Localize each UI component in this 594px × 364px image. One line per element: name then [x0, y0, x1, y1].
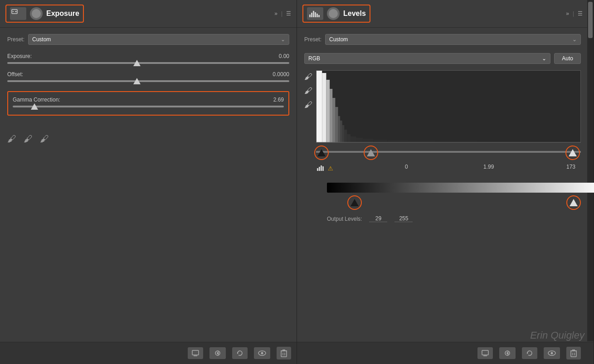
levels-reset-btn[interactable]	[522, 347, 537, 359]
scrollbar-thumb[interactable]	[588, 2, 593, 38]
levels-delete-btn[interactable]	[566, 347, 581, 359]
output-gradient-track[interactable]	[327, 183, 594, 193]
rgb-row: RGB ⌄ Auto	[304, 53, 581, 64]
svg-rect-21	[315, 12, 316, 17]
exposure-preset-select[interactable]: Custom ⌄	[28, 34, 289, 45]
svg-rect-18	[309, 15, 311, 17]
svg-rect-32	[340, 121, 342, 143]
scrollbar[interactable]	[587, 0, 594, 341]
output-levels-label: Output Levels:	[327, 216, 362, 222]
black-input-thumb[interactable]	[314, 146, 329, 160]
svg-rect-19	[311, 13, 312, 17]
visibility-btn[interactable]	[254, 347, 270, 359]
svg-rect-30	[335, 107, 338, 143]
reset-btn[interactable]	[232, 347, 248, 359]
levels-reset-icon	[526, 349, 534, 357]
svg-rect-31	[338, 116, 340, 143]
svg-rect-11	[281, 351, 287, 357]
exposure-icon-svg	[11, 9, 25, 19]
levels-expand-icon[interactable]: »	[566, 10, 569, 17]
levels-header-left: Levels	[302, 5, 370, 23]
gamma-thumb[interactable]	[31, 103, 38, 110]
levels-panel-header: Levels » | ☰	[297, 0, 594, 28]
levels-preset-row: Preset: Custom ⌄	[304, 34, 581, 45]
rgb-channel-select[interactable]: RGB ⌄	[304, 53, 550, 64]
svg-rect-28	[330, 89, 332, 143]
gamma-slider-label: Gamma Correction:	[13, 97, 60, 103]
offset-label-row: Offset: 0.0000	[7, 71, 289, 78]
svg-rect-20	[313, 11, 314, 17]
exposure-slider-value: 0.00	[279, 53, 289, 59]
auto-levels-btn[interactable]: Auto	[554, 53, 581, 64]
white-input-thumb[interactable]	[565, 146, 580, 160]
eyedropper-black-icon[interactable]: 🖌	[7, 134, 16, 144]
exposure-slider-row: Exposure: 0.00	[7, 53, 289, 64]
output-low-value: 29	[369, 215, 387, 222]
svg-rect-35	[347, 134, 351, 143]
offset-thumb[interactable]	[133, 78, 141, 84]
levels-eyedropper-white[interactable]: 🖌	[304, 100, 312, 110]
gamma-track[interactable]	[13, 106, 284, 107]
svg-rect-23	[318, 15, 320, 17]
gamma-highlighted-row: Gamma Correction: 2.69	[7, 91, 289, 116]
output-black-thumb[interactable]	[347, 195, 362, 210]
input-slider-track[interactable]	[316, 151, 581, 153]
levels-preset-select[interactable]: Custom ⌄	[325, 34, 581, 45]
exposure-eyedropper-row: 🖌 🖌 🖌	[7, 129, 289, 149]
delete-btn[interactable]	[277, 347, 291, 359]
levels-values-row: ⚠ 0 1.99 173	[316, 164, 581, 172]
offset-track[interactable]	[7, 80, 289, 82]
exposure-thumb[interactable]	[133, 60, 141, 66]
levels-eye-cycle-icon	[503, 349, 512, 357]
levels-eyedropper-gray[interactable]: 🖌	[304, 86, 312, 96]
svg-rect-57	[571, 351, 576, 357]
levels-mask-circle	[329, 9, 338, 18]
levels-clip-to-layer-btn[interactable]	[477, 347, 493, 359]
exposure-track[interactable]	[7, 62, 289, 64]
reset-icon	[236, 349, 244, 357]
mid-point-value: 1.99	[480, 164, 498, 172]
exposure-label-row: Exposure: 0.00	[7, 53, 289, 59]
divider-icon: |	[281, 10, 282, 17]
output-thumbs-row	[327, 194, 581, 211]
eyedropper-gray-icon[interactable]: 🖌	[24, 134, 33, 144]
histogram-area: 🖌 🖌 🖌	[304, 70, 581, 178]
clip-to-layer-btn[interactable]	[188, 347, 203, 359]
offset-slider-value: 0.0000	[273, 71, 289, 78]
white-point-value: 173	[562, 164, 580, 172]
rgb-channel-label: RGB	[308, 55, 320, 62]
gamma-slider-value: 2.69	[273, 97, 284, 103]
exposure-header-box: Exposure	[5, 5, 84, 23]
svg-rect-34	[344, 130, 347, 143]
levels-panel-body: Preset: Custom ⌄ RGB ⌄ Auto 🖌 🖌 🖌	[297, 28, 594, 342]
svg-rect-49	[322, 166, 324, 171]
svg-rect-50	[482, 350, 488, 355]
output-levels-row: Output Levels: 29 255	[327, 215, 581, 222]
svg-rect-36	[351, 136, 356, 143]
output-high-value: 255	[394, 215, 413, 222]
svg-rect-46	[317, 168, 318, 171]
exposure-panel-body: Preset: Custom ⌄ Exposure: 0.00 Offset: …	[0, 28, 297, 342]
svg-point-56	[551, 352, 553, 354]
svg-point-10	[261, 352, 263, 354]
levels-eyedropper-black[interactable]: 🖌	[304, 72, 312, 82]
gamma-label-row: Gamma Correction: 2.69	[13, 97, 284, 103]
levels-preset-label: Preset:	[304, 36, 321, 43]
expand-icon[interactable]: »	[274, 10, 278, 17]
eyedropper-white-icon[interactable]: 🖌	[40, 134, 49, 144]
exposure-panel-title: Exposure	[46, 10, 79, 18]
exposure-adjustment-icon	[10, 7, 26, 20]
gray-input-thumb[interactable]	[364, 146, 378, 160]
menu-icon[interactable]: ☰	[286, 10, 291, 17]
levels-preset-value: Custom	[329, 36, 348, 43]
levels-visibility-btn[interactable]	[544, 347, 560, 359]
levels-menu-icon[interactable]: ☰	[578, 10, 583, 17]
levels-eye-cycle-btn[interactable]	[499, 347, 516, 359]
exposure-header-left: Exposure	[5, 5, 84, 23]
levels-mask-icon	[327, 7, 340, 20]
levels-panel-footer	[297, 342, 594, 364]
eye-cycle-btn[interactable]	[209, 347, 226, 359]
levels-header-box: Levels	[302, 5, 370, 23]
histogram-svg	[316, 71, 580, 143]
output-white-thumb[interactable]	[566, 195, 581, 210]
